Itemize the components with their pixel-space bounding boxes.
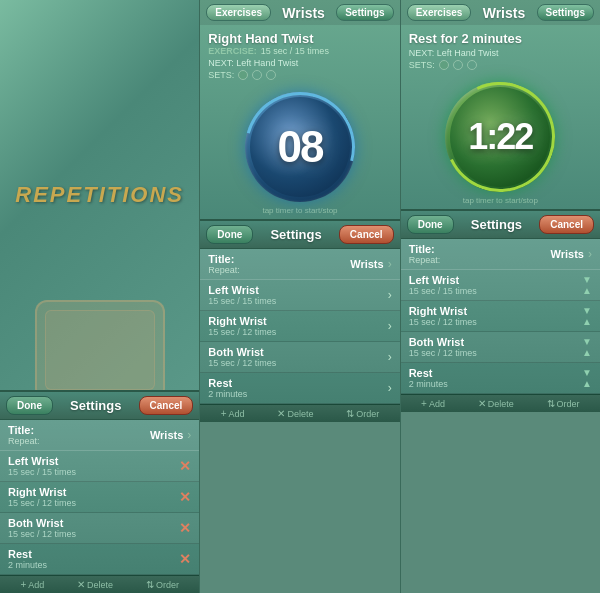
- up-arrow-3-0[interactable]: ▲: [582, 286, 592, 296]
- title-row-2: Title: Repeat: Wrists ›: [200, 249, 399, 280]
- done-button-1[interactable]: Done: [6, 396, 53, 415]
- set-dot-2-1: [252, 70, 262, 80]
- title-row-1: Title: Repeat: Wrists ›: [0, 420, 199, 451]
- timer-blue[interactable]: 08: [245, 92, 355, 202]
- up-arrow-3-2[interactable]: ▲: [582, 348, 592, 358]
- sets-label-2: SETS:: [208, 70, 234, 80]
- title-value-3: Wrists: [551, 248, 584, 260]
- down-arrow-3-0[interactable]: ▼: [582, 275, 592, 285]
- settings-panel-1: Done Settings Cancel Title: Repeat: Wris…: [0, 390, 199, 593]
- nav-arrow-2-3[interactable]: ›: [388, 381, 392, 395]
- repetitions-logo: REPETITIONS: [15, 182, 184, 208]
- settings-btn-3[interactable]: Settings: [537, 4, 594, 21]
- nav-arrow-2-2[interactable]: ›: [388, 350, 392, 364]
- nav-arrow-2-1[interactable]: ›: [388, 319, 392, 333]
- title-sub-1: Repeat:: [8, 436, 40, 446]
- ex-row-2-0[interactable]: Left Wrist 15 sec / 15 times ›: [200, 280, 399, 311]
- ex-name-3-3: Rest: [409, 367, 448, 379]
- settings-btn-2[interactable]: Settings: [336, 4, 393, 21]
- row-action-2-1: ›: [388, 319, 392, 333]
- timer-green[interactable]: 1:22: [445, 82, 555, 192]
- cancel-button-2[interactable]: Cancel: [339, 225, 394, 244]
- title-right-2[interactable]: Wrists ›: [350, 257, 391, 271]
- row-action-3-0: ▼ ▲: [582, 275, 592, 296]
- bottom-toolbar-3: + Add ✕ Delete ⇅ Order: [401, 394, 600, 412]
- add-btn-2[interactable]: + Add: [221, 408, 245, 419]
- title-right-3[interactable]: Wrists ›: [551, 247, 592, 261]
- up-arrow-3-3[interactable]: ▲: [582, 379, 592, 389]
- title-row-3: Title: Repeat: Wrists ›: [401, 239, 600, 270]
- row-action-1-3: ✕: [179, 551, 191, 567]
- up-down-3-3: ▼ ▲: [582, 368, 592, 389]
- ex-row-1-0: Left Wrist 15 sec / 15 times ✕: [0, 451, 199, 482]
- done-button-2[interactable]: Done: [206, 225, 253, 244]
- exercise-next-3: NEXT: Left Hand Twist: [409, 48, 592, 58]
- timer-value-3: 1:22: [468, 116, 532, 158]
- delete-btn-1-2[interactable]: ✕: [179, 520, 191, 536]
- settings-title-1: Settings: [70, 398, 121, 413]
- ex-detail-3-0: 15 sec / 15 times: [409, 286, 477, 296]
- cancel-button-1[interactable]: Cancel: [139, 396, 194, 415]
- delete-btn-bottom-3[interactable]: ✕ Delete: [478, 398, 514, 409]
- ex-row-2-3[interactable]: Rest 2 minutes ›: [200, 373, 399, 404]
- sets-label-3: SETS:: [409, 60, 435, 70]
- exercises-btn-2[interactable]: Exercises: [206, 4, 271, 21]
- ex-row-3-3: Rest 2 minutes ▼ ▲: [401, 363, 600, 394]
- ex-row-2-2[interactable]: Both Wrist 15 sec / 12 times ›: [200, 342, 399, 373]
- delete-icon-3: ✕: [478, 398, 486, 409]
- ex-name-1-0: Left Wrist: [8, 455, 76, 467]
- ex-detail-2-3: 2 minutes: [208, 389, 247, 399]
- done-button-3[interactable]: Done: [407, 215, 454, 234]
- order-icon-2: ⇅: [346, 408, 354, 419]
- ex-name-2-2: Both Wrist: [208, 346, 276, 358]
- down-arrow-3-2[interactable]: ▼: [582, 337, 592, 347]
- set-dot-3-2: [467, 60, 477, 70]
- add-btn-1[interactable]: + Add: [20, 579, 44, 590]
- delete-btn-bottom-1[interactable]: ✕ Delete: [77, 579, 113, 590]
- tablet-graphic: [35, 300, 165, 390]
- ex-detail-1-3: 2 minutes: [8, 560, 47, 570]
- cancel-button-3[interactable]: Cancel: [539, 215, 594, 234]
- add-label-1: Add: [28, 580, 44, 590]
- settings-panel-2: Done Settings Cancel Title: Repeat: Wris…: [200, 219, 399, 422]
- order-btn-3[interactable]: ⇅ Order: [547, 398, 580, 409]
- repetitions-panel: REPETITIONS Done Settings Cancel Title: …: [0, 0, 200, 593]
- timer-container-3[interactable]: 1:22: [401, 74, 600, 196]
- title-left-3: Title: Repeat:: [409, 243, 441, 265]
- title-value-1: Wrists: [150, 429, 183, 441]
- row-action-2-3: ›: [388, 381, 392, 395]
- delete-btn-1-3[interactable]: ✕: [179, 551, 191, 567]
- main-container: REPETITIONS Done Settings Cancel Title: …: [0, 0, 600, 593]
- panel-header-2: Exercises Wrists Settings: [200, 0, 399, 25]
- ex-row-2-1[interactable]: Right Wrist 15 sec / 12 times ›: [200, 311, 399, 342]
- timer-container-2[interactable]: 08: [200, 84, 399, 206]
- next-name-2: Left Hand Twist: [236, 58, 298, 68]
- up-down-3-2: ▼ ▲: [582, 337, 592, 358]
- settings-panel-3: Done Settings Cancel Title: Repeat: Wris…: [401, 209, 600, 412]
- exercise-name-2: Right Hand Twist: [208, 31, 391, 46]
- settings-toolbar-2: Done Settings Cancel: [200, 221, 399, 249]
- add-btn-3[interactable]: + Add: [421, 398, 445, 409]
- order-btn-2[interactable]: ⇅ Order: [346, 408, 379, 419]
- add-icon-1: +: [20, 579, 26, 590]
- order-btn-1[interactable]: ⇅ Order: [146, 579, 179, 590]
- down-arrow-3-1[interactable]: ▼: [582, 306, 592, 316]
- title-label-2: Title:: [208, 253, 240, 265]
- set-dot-2-0: [238, 70, 248, 80]
- exercise-list-2: Left Wrist 15 sec / 15 times › Right Wri…: [200, 280, 399, 404]
- delete-btn-1-1[interactable]: ✕: [179, 489, 191, 505]
- order-label-1: Order: [156, 580, 179, 590]
- exercises-btn-3[interactable]: Exercises: [407, 4, 472, 21]
- up-arrow-3-1[interactable]: ▲: [582, 317, 592, 327]
- delete-btn-bottom-2[interactable]: ✕ Delete: [277, 408, 313, 419]
- row-action-2-2: ›: [388, 350, 392, 364]
- nav-arrow-2-0[interactable]: ›: [388, 288, 392, 302]
- order-icon-3: ⇅: [547, 398, 555, 409]
- exercise-name-3: Rest for 2 minutes: [409, 31, 592, 46]
- title-right-1[interactable]: Wrists ›: [150, 428, 191, 442]
- ex-row-1-3: Rest 2 minutes ✕: [0, 544, 199, 575]
- add-label-3: Add: [429, 399, 445, 409]
- delete-btn-1-0[interactable]: ✕: [179, 458, 191, 474]
- ex-name-2-0: Left Wrist: [208, 284, 276, 296]
- down-arrow-3-3[interactable]: ▼: [582, 368, 592, 378]
